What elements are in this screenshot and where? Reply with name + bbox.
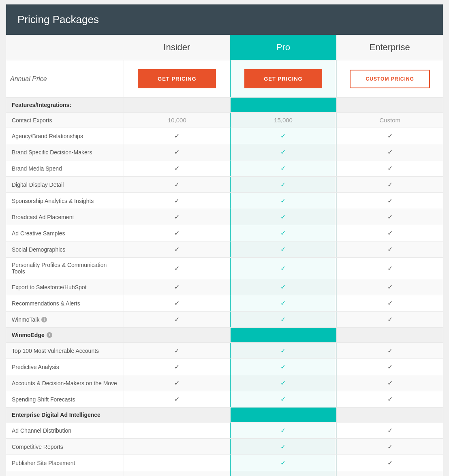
pro-cell: 15,000 [230, 113, 337, 128]
pro-cell: ✓ [230, 209, 337, 225]
insider-cell [124, 328, 230, 342]
check-icon: ✓ [280, 459, 286, 467]
feature-label: WinmoEdgei [6, 328, 124, 342]
enterprise-cell: ✓ [336, 144, 443, 160]
pro-cell: ✓ [230, 455, 337, 471]
check-icon: ✓ [387, 148, 393, 156]
pro-cell: ✓ [230, 177, 337, 192]
table-row: Accounts & Decision-Makers on the Move✓✓… [6, 375, 443, 391]
enterprise-cell: ✓ [336, 295, 443, 311]
feature-label: Spending Shift Forecasts [6, 391, 124, 407]
feature-label: Competitive Reports [6, 439, 124, 455]
table-row: Sponsorship Analytics & Insights✓✓✓ [6, 193, 443, 209]
table-row: Brand Specific Decision-Makers✓✓✓ [6, 144, 443, 160]
check-icon: ✓ [387, 379, 393, 387]
feature-label: Agency/Brand Relationships [6, 128, 124, 144]
table-row: Brand Media Spend✓✓✓ [6, 160, 443, 177]
pro-get-pricing-button[interactable]: GET PRICING [244, 69, 323, 88]
pro-cell: ✓ [230, 312, 337, 327]
insider-cell: ✓ [124, 160, 230, 176]
col-header-insider: Insider [124, 35, 230, 60]
check-icon: ✓ [387, 197, 393, 205]
pro-cell: ✓ [230, 258, 337, 279]
table-row: Export to Salesforce/HubSpot✓✓✓ [6, 279, 443, 295]
table-row: Digital Display Detail✓✓✓ [6, 177, 443, 193]
table-row: Enterprise Digital Ad Intelligence [6, 408, 443, 423]
table-row: Features/Integrations: [6, 98, 443, 113]
check-icon: ✓ [280, 181, 286, 188]
table-row: WinmoEdgei [6, 328, 443, 343]
enterprise-cell: ✓ [336, 455, 443, 471]
info-icon[interactable]: i [47, 332, 52, 338]
check-icon: ✓ [174, 379, 180, 387]
check-icon: ✓ [280, 229, 286, 237]
enterprise-cell: ✓ [336, 375, 443, 391]
enterprise-cell: ✓ [336, 391, 443, 407]
pro-cell: ✓ [230, 241, 337, 257]
check-icon: ✓ [174, 265, 180, 272]
enterprise-cell: ✓ [336, 225, 443, 241]
check-icon: ✓ [280, 148, 286, 156]
check-icon: ✓ [280, 363, 286, 371]
table-row: Top Creative (Standard, Native, Video, M… [6, 471, 443, 476]
check-icon: ✓ [280, 265, 286, 272]
enterprise-cell: ✓ [336, 279, 443, 295]
insider-price-cell: GET PRICING [124, 60, 230, 97]
feature-label: Digital Display Detail [6, 177, 124, 192]
check-icon: ✓ [280, 245, 286, 253]
feature-label: Recommendations & Alerts [6, 295, 124, 311]
enterprise-cell: ✓ [336, 423, 443, 438]
enterprise-custom-pricing-button[interactable]: CUSTOM PRICING [350, 70, 430, 88]
pro-cell: ✓ [230, 193, 337, 209]
feature-label: Ad Channel Distribution [6, 423, 124, 438]
insider-cell: ✓ [124, 391, 230, 407]
enterprise-cell: ✓ [336, 258, 443, 279]
insider-cell: ✓ [124, 258, 230, 279]
enterprise-cell: ✓ [336, 209, 443, 225]
insider-cell [124, 98, 230, 112]
feature-label: Accounts & Decision-Makers on the Move [6, 375, 124, 391]
check-icon: ✓ [280, 347, 286, 354]
page-title: Pricing Packages [17, 13, 432, 26]
insider-cell: ✓ [124, 312, 230, 327]
insider-cell: ✓ [124, 295, 230, 311]
table-row: Social Demographics✓✓✓ [6, 241, 443, 258]
table-row: Agency/Brand Relationships✓✓✓ [6, 128, 443, 144]
pro-cell: ✓ [230, 225, 337, 241]
check-icon: ✓ [387, 316, 393, 323]
pro-cell: ✓ [230, 160, 337, 176]
table-row: Personality Profiles & Communication Too… [6, 258, 443, 279]
enterprise-cell: ✓ [336, 471, 443, 476]
pro-cell: ✓ [230, 439, 337, 455]
feature-label: Ad Creative Samples [6, 225, 124, 241]
check-icon: ✓ [387, 265, 393, 272]
feature-label: Top 100 Most Vulnerable Accounts [6, 343, 124, 359]
pro-cell: ✓ [230, 375, 337, 391]
check-icon: ✓ [387, 181, 393, 188]
check-icon: ✓ [174, 363, 180, 371]
enterprise-cell [336, 328, 443, 342]
check-icon: ✓ [280, 443, 286, 450]
insider-get-pricing-button[interactable]: GET PRICING [138, 69, 216, 88]
header-bar: Pricing Packages [6, 4, 443, 35]
check-icon: ✓ [387, 443, 393, 450]
check-icon: ✓ [280, 132, 286, 140]
info-icon[interactable]: i [41, 317, 47, 322]
feature-label: Personality Profiles & Communication Too… [6, 258, 124, 279]
pricing-table: Pricing Packages Insider Pro Enterprise … [6, 4, 443, 476]
feature-label: Publisher Site Placement [6, 455, 124, 471]
insider-cell: ✓ [124, 359, 230, 375]
check-icon: ✓ [174, 164, 180, 172]
enterprise-cell: ✓ [336, 359, 443, 375]
check-icon: ✓ [387, 459, 393, 467]
check-icon: ✓ [280, 213, 286, 221]
feature-label: Export to Salesforce/HubSpot [6, 279, 124, 295]
check-icon: ✓ [280, 299, 286, 307]
check-icon: ✓ [387, 395, 393, 403]
insider-cell: ✓ [124, 279, 230, 295]
pro-cell: ✓ [230, 423, 337, 438]
check-icon: ✓ [387, 363, 393, 371]
check-icon: ✓ [387, 347, 393, 354]
check-icon: ✓ [280, 395, 286, 403]
enterprise-price-cell: CUSTOM PRICING [336, 60, 443, 97]
